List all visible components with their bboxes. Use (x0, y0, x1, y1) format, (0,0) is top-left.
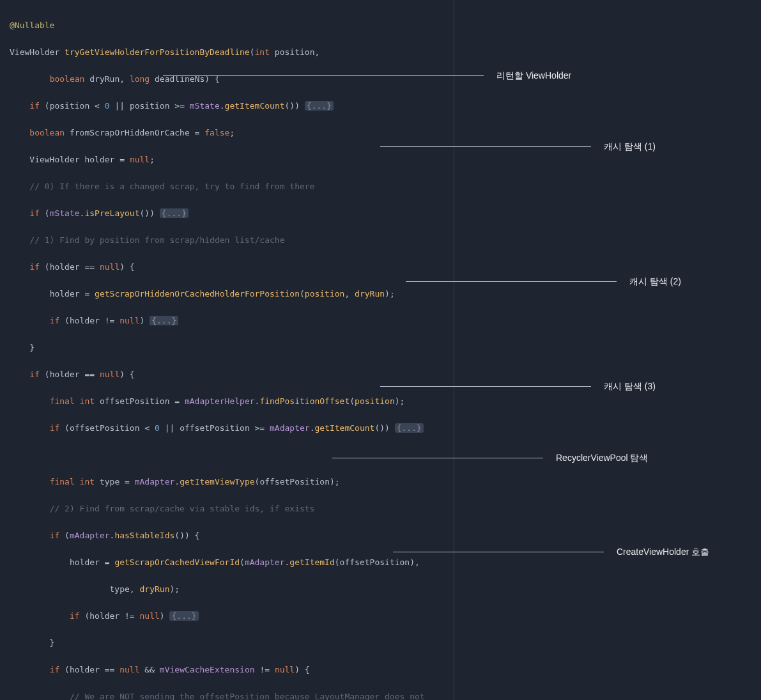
annotation-cache-1: 캐시 탐색 (1) (380, 140, 656, 153)
annotation-cache-2: 캐시 탐색 (2) (406, 275, 681, 288)
code-block: @Nullable ViewHolder tryGetViewHolderFor… (10, 5, 450, 700)
vertical-divider (454, 0, 454, 700)
annotation-label: 리턴할 ViewHolder (496, 69, 571, 82)
annotation-label: RecyclerViewPool 탐색 (556, 451, 648, 465)
annotation-recyclerpool: RecyclerViewPool 탐색 (332, 451, 648, 465)
annotation-label: CreateViewHolder 호출 (617, 545, 709, 559)
annotation-label: 캐시 탐색 (1) (604, 140, 656, 153)
annotation-return-viewholder: 리턴할 ViewHolder (163, 69, 571, 82)
annotation-createviewholder: CreateViewHolder 호출 (393, 545, 709, 559)
annotation-label: 캐시 탐색 (3) (604, 380, 656, 393)
annotation-cache-3: 캐시 탐색 (3) (380, 380, 656, 393)
annotation-nullable: @Nullable (10, 20, 54, 30)
annotation-label: 캐시 탐색 (2) (629, 275, 681, 288)
